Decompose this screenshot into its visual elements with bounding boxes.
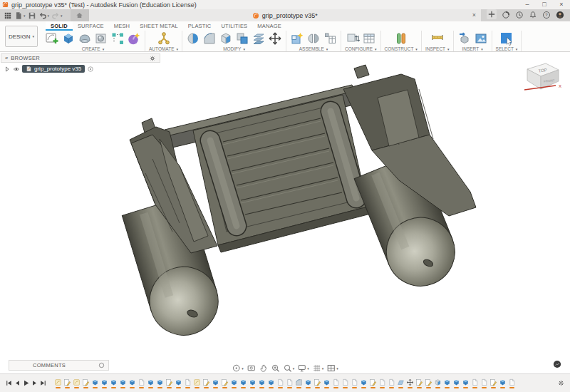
config-table-icon[interactable] — [362, 31, 376, 46]
timeline-feature-sketch-icon[interactable] — [53, 378, 62, 388]
timeline-feature-sketch-edit-icon[interactable] — [313, 378, 321, 388]
browser-header[interactable]: « BROWSER — [1, 53, 160, 63]
timeline-feature-component-icon[interactable] — [331, 378, 340, 388]
ribbon-group-label-create[interactable]: CREATE▾ — [82, 46, 104, 51]
ribbon-group-label-inspect[interactable]: INSPECT▾ — [425, 46, 450, 51]
timeline-feature-component-icon[interactable] — [387, 378, 395, 388]
insert-icon[interactable] — [457, 31, 472, 46]
timeline-feature-sketch-edit-icon[interactable] — [368, 378, 377, 388]
timeline-feature-extrude-icon[interactable] — [322, 378, 331, 388]
timeline-feature-sketch-edit-icon[interactable] — [202, 378, 210, 388]
notification-bell-icon[interactable] — [529, 9, 537, 22]
ribbon-tab-surface[interactable]: SURFACE — [73, 21, 109, 31]
sync-status-icon[interactable] — [502, 9, 510, 22]
3d-viewport[interactable]: « BROWSER grip_prototype v35 TOP FRONT X… — [0, 52, 570, 392]
ribbon-tab-plastic[interactable]: PLASTIC — [183, 21, 217, 31]
fit-icon[interactable]: ▾ — [283, 363, 295, 373]
comment-bubble-icon[interactable] — [98, 362, 105, 368]
timeline-feature-component-icon[interactable] — [285, 378, 294, 388]
file-icon[interactable]: ▾ — [14, 11, 26, 20]
ribbon-group-label-select[interactable]: SELECT▾ — [496, 46, 518, 51]
undo-icon[interactable]: ▾ — [38, 11, 50, 20]
save-icon[interactable] — [28, 11, 36, 20]
close-button[interactable]: × — [553, 0, 570, 9]
app-grid-icon[interactable] — [4, 11, 12, 20]
orbit-icon[interactable]: ▾ — [232, 363, 244, 373]
visibility-eye-icon[interactable] — [13, 66, 20, 73]
grip-prototype-model[interactable] — [122, 65, 476, 344]
create-form-icon[interactable] — [127, 31, 141, 46]
timeline-feature-extrude-icon[interactable] — [90, 378, 99, 388]
viewports-icon[interactable]: ▾ — [326, 363, 338, 373]
browser-settings-icon[interactable] — [149, 55, 156, 62]
expand-arrow-icon[interactable] — [4, 66, 11, 73]
timeline-feature-sketch-edit-icon[interactable] — [424, 378, 432, 388]
timeline-feature-fillet-icon[interactable] — [294, 378, 303, 388]
timeline-feature-component-icon[interactable] — [507, 378, 516, 388]
timeline-feature-extrude-icon[interactable] — [146, 378, 155, 388]
timeline-feature-extrude-icon[interactable] — [118, 378, 127, 388]
ribbon-group-label-configure[interactable]: CONFIGURE▾ — [345, 46, 377, 51]
ribbon-group-label-construct[interactable]: CONSTRUCT▾ — [385, 46, 418, 51]
form-dome-icon[interactable] — [78, 31, 92, 46]
timeline-feature-extrude-icon[interactable] — [461, 378, 470, 388]
timeline-feature-extrude-icon[interactable] — [211, 378, 219, 388]
minimize-button[interactable]: – — [519, 0, 536, 9]
move-icon[interactable] — [268, 31, 282, 46]
ribbon-group-label-insert[interactable]: INSERT▾ — [462, 46, 482, 51]
fillet-icon[interactable] — [202, 31, 217, 46]
press-pull-icon[interactable] — [186, 31, 200, 46]
new-component-icon[interactable] — [290, 31, 304, 46]
timeline-feature-component-icon[interactable] — [341, 378, 349, 388]
add-tab-icon[interactable] — [487, 9, 497, 22]
zoom-icon[interactable] — [271, 363, 280, 373]
measure-icon[interactable] — [430, 31, 445, 46]
timeline-feature-extrude-icon[interactable] — [239, 378, 247, 388]
timeline-feature-extrude-icon[interactable] — [304, 378, 312, 388]
timeline-feature-move-icon[interactable] — [405, 378, 414, 388]
timeline-settings-icon[interactable] — [557, 379, 565, 387]
shell-icon[interactable] — [219, 31, 233, 46]
create-sketch-icon[interactable] — [45, 31, 59, 46]
help-icon[interactable]: ? — [542, 9, 551, 22]
browser-root-row[interactable]: grip_prototype v35 — [1, 65, 160, 73]
timeline-feature-sketch-edit-icon[interactable] — [81, 378, 90, 388]
skip-start-icon[interactable] — [5, 377, 13, 390]
ribbon-tab-sheet-metal[interactable]: SHEET METAL — [135, 21, 183, 31]
document-tab[interactable]: grip_prototype v35* × — [89, 9, 481, 21]
maximize-button[interactable]: □ — [536, 0, 553, 9]
timeline-feature-component-icon[interactable] — [183, 378, 192, 388]
timeline-feature-component-icon[interactable] — [480, 378, 488, 388]
step-back-icon[interactable] — [14, 377, 21, 390]
viewcube[interactable]: TOP FRONT X — [522, 58, 563, 98]
timeline-feature-extrude-icon[interactable] — [155, 378, 164, 388]
skip-end-icon[interactable] — [39, 377, 47, 390]
pan-icon[interactable] — [259, 363, 268, 373]
display-settings-icon[interactable]: ▾ — [297, 363, 309, 373]
performance-indicator-icon[interactable] — [553, 360, 561, 368]
timeline-feature-extrude-icon[interactable] — [359, 378, 368, 388]
ribbon-group-label-assemble[interactable]: ASSEMBLE▾ — [299, 46, 328, 51]
hole-icon[interactable] — [94, 31, 108, 46]
timeline-feature-component-icon[interactable] — [470, 378, 479, 388]
timeline-feature-component-icon[interactable] — [276, 378, 284, 388]
rigid-group-icon[interactable] — [323, 31, 337, 46]
timeline-feature-extrude-icon[interactable] — [229, 378, 238, 388]
timeline-feature-extrude-icon[interactable] — [498, 378, 507, 388]
timeline-feature-sketch-edit-icon[interactable] — [415, 378, 423, 388]
timeline-feature-extrude-icon[interactable] — [248, 378, 256, 388]
root-component-item[interactable]: grip_prototype v35 — [22, 65, 85, 73]
timeline-feature-sketch-icon[interactable] — [72, 378, 81, 388]
grid-snaps-icon[interactable]: ▾ — [312, 363, 324, 373]
ribbon-tab-utilities[interactable]: UTILITIES — [217, 21, 253, 31]
design-workspace-button[interactable]: DESIGN ▾ — [5, 26, 38, 47]
timeline-feature-sketch-edit-icon[interactable] — [165, 378, 173, 388]
timeline-feature-extrude-icon[interactable] — [128, 378, 136, 388]
timeline-feature-component-icon[interactable] — [137, 378, 145, 388]
model-canvas[interactable] — [0, 52, 570, 392]
timeline-feature-extrude-icon[interactable] — [174, 378, 182, 388]
select-icon[interactable] — [499, 31, 514, 46]
close-tab-icon[interactable]: × — [472, 9, 476, 21]
ribbon-tab-solid[interactable]: SOLID — [46, 21, 73, 31]
construct-plane-icon[interactable] — [394, 31, 408, 46]
